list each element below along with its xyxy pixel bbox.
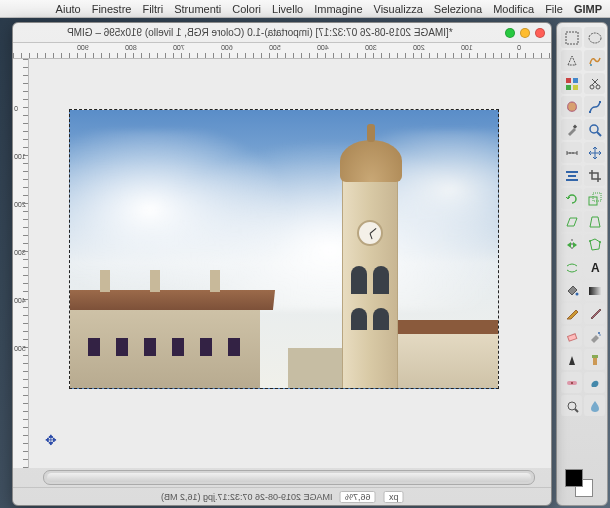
move-cursor-icon: ✥	[45, 432, 57, 448]
scissors-icon[interactable]	[584, 73, 605, 94]
svg-rect-24	[567, 333, 576, 340]
svg-rect-27	[592, 355, 598, 358]
scale-icon[interactable]	[584, 188, 605, 209]
ruler-v-tick: 500	[14, 345, 26, 352]
warp-icon[interactable]	[561, 257, 582, 278]
ruler-h-tick: 600	[221, 44, 233, 51]
foreground-color-swatch[interactable]	[565, 469, 583, 487]
free-select-icon[interactable]	[561, 50, 582, 71]
color-picker-icon[interactable]	[561, 119, 582, 140]
cage-icon[interactable]	[584, 234, 605, 255]
menu-colori[interactable]: Colori	[232, 3, 261, 15]
tower	[342, 178, 398, 388]
eraser-icon[interactable]	[561, 326, 582, 347]
menu-file[interactable]: File	[545, 3, 563, 15]
text-icon[interactable]: A	[584, 257, 605, 278]
unit-selector[interactable]: px	[384, 491, 404, 503]
by-color-select-icon[interactable]	[561, 73, 582, 94]
ruler-h-tick: 200	[413, 44, 425, 51]
window-controls	[505, 28, 545, 38]
airbrush-icon[interactable]	[584, 326, 605, 347]
menu-modifica[interactable]: Modifica	[493, 3, 534, 15]
ruler-h-tick: 700	[173, 44, 185, 51]
crop-icon[interactable]	[584, 165, 605, 186]
canvas-area[interactable]: ✥	[29, 59, 551, 468]
svg-point-19	[589, 240, 591, 242]
ruler-h-tick: 400	[317, 44, 329, 51]
ink-icon[interactable]	[561, 349, 582, 370]
ruler-h-tick: 800	[125, 44, 137, 51]
foreground-select-icon[interactable]	[561, 96, 582, 117]
svg-point-25	[598, 332, 600, 334]
blend-icon[interactable]	[584, 280, 605, 301]
clone-icon[interactable]	[584, 349, 605, 370]
menu-strumenti[interactable]: Strumenti	[174, 3, 221, 15]
ruler-v-tick: 400	[14, 297, 26, 304]
zoom-level[interactable]: 66,7%	[340, 491, 376, 503]
horizontal-scrollbar[interactable]	[43, 470, 535, 485]
svg-line-31	[575, 409, 578, 412]
menubar: GIMP File Modifica Seleziona Visualizza …	[0, 0, 610, 18]
bucket-fill-icon[interactable]	[561, 280, 582, 301]
image-window: *[IMAGE 2019-08-26 07:32:17] (importata)…	[12, 22, 552, 506]
ruler-h-tick: 500	[269, 44, 281, 51]
menu-immagine[interactable]: Immagine	[314, 3, 362, 15]
heal-icon[interactable]	[561, 372, 582, 393]
svg-rect-3	[566, 78, 571, 83]
paintbrush-icon[interactable]	[584, 303, 605, 324]
svg-rect-28	[593, 358, 597, 365]
menu-seleziona[interactable]: Seleziona	[434, 3, 482, 15]
svg-point-2	[590, 64, 592, 66]
svg-point-26	[599, 334, 600, 335]
fuzzy-select-icon[interactable]	[584, 50, 605, 71]
menu-visualizza[interactable]: Visualizza	[374, 3, 423, 15]
vertical-ruler: 0100200300400500	[13, 59, 29, 468]
svg-point-22	[575, 292, 578, 295]
minimize-button[interactable]	[520, 28, 530, 38]
ruler-h-tick: 0	[517, 44, 521, 51]
app-name: GIMP	[574, 3, 602, 15]
smudge-icon[interactable]	[584, 372, 605, 393]
titlebar: *[IMAGE 2019-08-26 07:32:17] (importata)…	[13, 23, 551, 43]
svg-point-20	[599, 241, 601, 243]
menu-aiuto[interactable]: Aiuto	[56, 3, 81, 15]
status-bar: px 66,7% IMAGE 2019-08-26 07:32:17.jpg (…	[13, 487, 551, 505]
align-icon[interactable]	[561, 165, 582, 186]
svg-rect-14	[566, 171, 578, 173]
image-canvas[interactable]	[69, 109, 499, 389]
menu-filtri[interactable]: Filtri	[142, 3, 163, 15]
zoom-button[interactable]	[505, 28, 515, 38]
zoom-icon[interactable]	[584, 119, 605, 140]
svg-point-8	[596, 85, 600, 89]
dodge-icon[interactable]	[561, 395, 582, 416]
close-button[interactable]	[535, 28, 545, 38]
perspective-icon[interactable]	[584, 211, 605, 232]
ellipse-select-icon[interactable]	[584, 27, 605, 48]
shear-icon[interactable]	[561, 211, 582, 232]
svg-rect-16	[566, 179, 578, 181]
flip-icon[interactable]	[561, 234, 582, 255]
paths-icon[interactable]	[584, 96, 605, 117]
blur-icon[interactable]	[584, 395, 605, 416]
svg-rect-4	[573, 78, 578, 83]
rectangle-select-icon[interactable]	[561, 27, 582, 48]
ruler-v-tick: 300	[14, 249, 26, 256]
toolbox: A	[556, 22, 608, 506]
status-filename: IMAGE 2019-08-26 07:32:17.jpg (16,2 MB)	[161, 492, 333, 502]
ruler-h-tick: 300	[365, 44, 377, 51]
svg-rect-23	[589, 287, 601, 295]
ruler-v-tick: 0	[14, 105, 18, 112]
color-swatches[interactable]	[557, 465, 607, 505]
menu-livello[interactable]: Livello	[272, 3, 303, 15]
svg-rect-11	[572, 124, 576, 128]
svg-rect-5	[566, 85, 571, 90]
svg-rect-0	[566, 32, 578, 44]
move-icon[interactable]	[584, 142, 605, 163]
measure-icon[interactable]	[561, 142, 582, 163]
ruler-v-tick: 200	[14, 201, 26, 208]
rotate-icon[interactable]	[561, 188, 582, 209]
svg-rect-6	[573, 85, 578, 90]
svg-point-7	[590, 85, 594, 89]
menu-finestre[interactable]: Finestre	[92, 3, 132, 15]
pencil-icon[interactable]	[561, 303, 582, 324]
